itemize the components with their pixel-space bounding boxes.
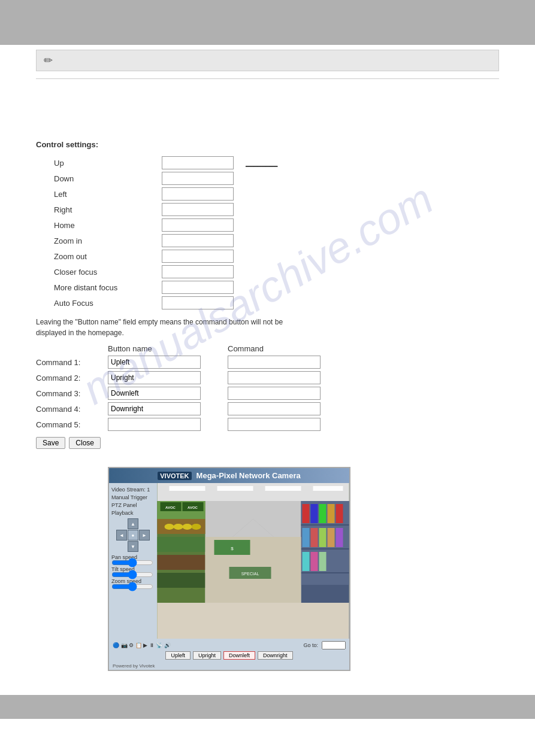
camera-image: AVOC AVOC	[157, 483, 349, 639]
ptz-empty-bl	[116, 541, 127, 552]
ptz-empty-br	[139, 541, 150, 552]
cam-downright-button[interactable]: Downright	[258, 651, 293, 660]
tilt-speed-slider[interactable]	[111, 572, 153, 577]
svg-text:AVOC: AVOC	[188, 506, 198, 509]
command-row-5: Command 5:	[36, 418, 499, 431]
zoom-speed-slider[interactable]	[111, 584, 153, 589]
ptz-up-button[interactable]: ▲	[128, 518, 138, 529]
svg-rect-16	[158, 537, 205, 552]
zoom-in-input[interactable]	[162, 234, 234, 247]
ptz-empty-tl	[116, 518, 127, 529]
svg-point-22	[192, 524, 201, 530]
up-link[interactable]: ________	[246, 159, 294, 167]
command-5-command[interactable]	[228, 418, 321, 431]
command-3-command[interactable]	[228, 387, 321, 400]
zoom-out-label: Zoom out	[54, 252, 162, 261]
main-content: Control settings: Up ________ Down Left …	[0, 134, 535, 683]
down-input[interactable]	[162, 172, 234, 185]
right-label: Right	[54, 205, 162, 214]
ptz-home-button[interactable]: ●	[128, 530, 138, 541]
svg-rect-32	[336, 504, 343, 523]
camera-header: VIVOTEK Mega-Pixel Network Camera	[109, 468, 349, 483]
cam-upright-button[interactable]: Upright	[193, 651, 221, 660]
sidebar-playback: Playback	[111, 510, 155, 516]
powered-by: Powered by Vivotek	[109, 662, 349, 670]
svg-point-21	[183, 524, 192, 530]
command-4-label: Command 4:	[36, 405, 108, 414]
camera-footer-controls: 🔵 📷 ⚙ 📋 ▶ ⏸ 📡 🔊 Go to:	[113, 641, 346, 649]
command-1-command[interactable]	[228, 356, 321, 369]
command-5-button-name[interactable]	[108, 418, 201, 431]
header-button-name: Button name	[108, 344, 228, 353]
svg-rect-35	[319, 528, 327, 547]
ptz-empty-tr	[139, 518, 150, 529]
up-label: Up	[54, 159, 162, 168]
close-button[interactable]: Close	[69, 437, 101, 449]
command-2-command[interactable]	[228, 371, 321, 384]
note-line2: displayed in the homepage.	[36, 329, 124, 337]
svg-rect-5	[313, 486, 343, 491]
command-row-4: Command 4:	[36, 402, 499, 415]
svg-rect-2	[170, 486, 205, 491]
svg-rect-33	[303, 528, 310, 547]
left-input[interactable]	[162, 187, 234, 201]
camera-image-svg: AVOC AVOC	[157, 483, 349, 639]
command-4-command[interactable]	[228, 402, 321, 415]
camera-title: Mega-Pixel Network Camera	[197, 471, 301, 480]
pencil-icon: ✏	[44, 54, 53, 67]
camera-footer: 🔵 📷 ⚙ 📋 ▶ ⏸ 📡 🔊 Go to: Upleft Upright Do…	[109, 639, 349, 662]
auto-focus-input[interactable]	[162, 296, 234, 309]
goto-label: Go to:	[303, 642, 318, 648]
note-bar: ✏	[36, 50, 499, 71]
command-1-button-name[interactable]	[108, 356, 201, 369]
save-button[interactable]: Save	[36, 437, 65, 449]
camera-preview: VIVOTEK Mega-Pixel Network Camera Video …	[108, 467, 350, 671]
left-label: Left	[54, 190, 162, 199]
right-input[interactable]	[162, 203, 234, 216]
command-1-label: Command 1:	[36, 358, 108, 367]
ptz-down-button[interactable]: ▼	[128, 541, 138, 552]
home-input[interactable]	[162, 218, 234, 232]
home-label: Home	[54, 221, 162, 230]
svg-text:SPECIAL: SPECIAL	[241, 572, 259, 576]
command-2-button-name[interactable]	[108, 371, 201, 384]
closer-focus-input[interactable]	[162, 265, 234, 278]
control-fields-grid: Up ________ Down Left Right Home Zoom in…	[54, 156, 499, 309]
more-distant-focus-label: More distant focus	[54, 283, 162, 292]
camera-footer-buttons: Upleft Upright Downleft Downright	[113, 651, 346, 660]
more-distant-focus-input[interactable]	[162, 281, 234, 294]
ptz-right-button[interactable]: ►	[139, 530, 150, 541]
svg-rect-3	[217, 486, 253, 491]
ptz-control: ▲ ◄ ● ► ▼	[116, 518, 150, 552]
svg-rect-29	[311, 504, 318, 523]
svg-rect-36	[328, 528, 335, 547]
command-section: Button name Command Command 1: Command 2…	[36, 344, 499, 431]
top-bar	[0, 0, 535, 45]
command-3-button-name[interactable]	[108, 387, 201, 400]
sidebar-video-stream: Video Stream: 1	[111, 487, 155, 493]
ptz-left-button[interactable]: ◄	[116, 530, 127, 541]
svg-rect-4	[265, 486, 301, 491]
goto-input[interactable]	[322, 641, 346, 649]
footer-icons: 🔵 📷 ⚙ 📋 ▶ ⏸ 📡 🔊	[113, 642, 171, 648]
pan-speed-slider[interactable]	[111, 560, 153, 565]
speed-labels: Pan speed Tilt speed Zoom speed	[111, 554, 155, 590]
cam-downleft-button[interactable]: Downleft	[223, 651, 255, 660]
command-row-1: Command 1:	[36, 356, 499, 369]
svg-text:$: $	[231, 546, 234, 551]
auto-focus-label: Auto Focus	[54, 299, 162, 308]
divider	[36, 78, 499, 79]
zoom-out-input[interactable]	[162, 250, 234, 263]
bottom-bar	[0, 695, 535, 719]
svg-point-20	[174, 524, 183, 530]
command-4-button-name[interactable]	[108, 402, 201, 415]
svg-rect-30	[319, 504, 327, 523]
control-settings-label: Control settings:	[36, 140, 499, 149]
up-input[interactable]	[162, 156, 234, 169]
command-3-label: Command 3:	[36, 389, 108, 398]
camera-body: Video Stream: 1 Manual Trigger PTZ Panel…	[109, 483, 349, 639]
svg-text:AVOC: AVOC	[165, 506, 176, 509]
command-row-2: Command 2:	[36, 371, 499, 384]
cam-upleft-button[interactable]: Upleft	[165, 651, 191, 660]
command-5-label: Command 5:	[36, 420, 108, 429]
